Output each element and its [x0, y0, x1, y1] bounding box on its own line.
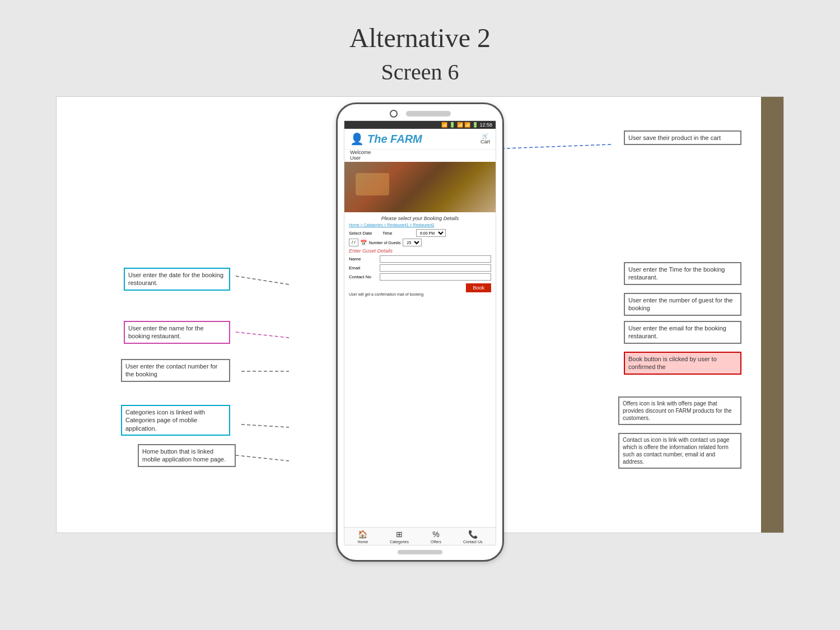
- date-input-area: / / 📅: [349, 239, 367, 246]
- email-label: Email: [349, 265, 380, 270]
- annotation-offers: Offers icon is link with offers page tha…: [618, 396, 741, 425]
- contact-input[interactable]: [380, 273, 491, 281]
- time-label: Time: [382, 231, 416, 236]
- email-input[interactable]: [380, 264, 491, 272]
- annotation-email: User enter the email for the booking res…: [624, 321, 741, 344]
- annotation-contact: User enter the contact number for the bo…: [121, 359, 230, 382]
- categories-label: Categories: [390, 540, 409, 544]
- phone-mockup: 📶 🔋 📶 📶 🔋 12:58 👤 The FARM 🛒 Cart: [336, 102, 504, 562]
- right-panel: [761, 97, 783, 533]
- restaurant-image: [344, 162, 496, 212]
- date-field[interactable]: / /: [349, 239, 358, 246]
- annotation-contact-us: Contact us icon is link with contact us …: [618, 433, 741, 469]
- phone-screen: 📶 🔋 📶 📶 🔋 12:58 👤 The FARM 🛒 Cart: [344, 120, 496, 545]
- contact-us-label: Contact Us: [463, 540, 483, 544]
- signal-icon: 📶: [441, 122, 447, 128]
- app-header: 👤 The FARM 🛒 Cart: [344, 129, 496, 150]
- nav-contact-us[interactable]: 📞 Contact Us: [463, 530, 483, 544]
- time-display: 📶 📶 🔋 12:58: [457, 122, 492, 128]
- home-label: Home: [357, 540, 368, 544]
- svg-line-5: [236, 455, 289, 461]
- date-row: Select Date Time 6:00 PM: [349, 229, 491, 237]
- phone-bottom-bar: [398, 550, 442, 554]
- offers-icon: %: [432, 530, 439, 539]
- email-row: Email: [349, 264, 491, 272]
- guests-label: Number of Guests: [369, 241, 401, 245]
- user-avatar-icon: 👤: [350, 132, 364, 146]
- page-title: Alternative 2: [349, 22, 491, 53]
- name-label: Name: [349, 256, 380, 262]
- app-title: The FARM: [367, 133, 422, 146]
- name-row: Name: [349, 255, 491, 263]
- battery-icon: 🔋: [449, 122, 455, 128]
- breadcrumb[interactable]: Home > Catagories > Restaurant1 > Restau…: [349, 223, 491, 227]
- bottom-nav: 🏠 Home ⊞ Categories % Offers 📞 Contact U…: [344, 527, 496, 545]
- guests-select[interactable]: 25: [403, 239, 422, 246]
- contact-row: Contact No: [349, 273, 491, 281]
- date-input-row: / / 📅 Number of Guests 25: [349, 239, 491, 246]
- annotation-time: User enter the Time for the booking rest…: [624, 262, 741, 285]
- confirmation-text: User will get a confirmaiton mail of boo…: [349, 292, 491, 296]
- annotation-categories: Categories icon is linked with Categorie…: [121, 405, 230, 436]
- main-container: 📶 🔋 📶 📶 🔋 12:58 👤 The FARM 🛒 Cart: [56, 96, 784, 533]
- calendar-icon[interactable]: 📅: [360, 240, 367, 246]
- date-label: Select Date: [349, 231, 382, 236]
- annotation-name: User enter the name for the booking rest…: [124, 321, 230, 344]
- name-input[interactable]: [380, 255, 491, 263]
- cart-label: Cart: [480, 139, 490, 144]
- phone-speaker: [406, 111, 451, 116]
- book-button[interactable]: Book: [466, 283, 491, 292]
- time-select[interactable]: 6:00 PM: [416, 229, 446, 237]
- annotation-guests: User enter the number of guest for the b…: [624, 293, 741, 316]
- categories-icon: ⊞: [396, 530, 403, 539]
- nav-home[interactable]: 🏠 Home: [357, 530, 368, 544]
- guest-details-header: Enter Guset Details: [349, 248, 491, 254]
- welcome-text: Welcome User: [344, 150, 496, 161]
- status-bar: 📶 🔋 📶 📶 🔋 12:58: [344, 121, 496, 129]
- svg-line-1: [236, 276, 289, 284]
- contact-label: Contact No: [349, 274, 380, 279]
- home-icon: 🏠: [358, 530, 367, 539]
- booking-title: Please select your Booking Details: [349, 216, 491, 221]
- svg-line-4: [241, 424, 289, 427]
- annotation-home: Home button that is linked moblie applic…: [138, 444, 236, 467]
- nav-categories[interactable]: ⊞ Categories: [390, 530, 409, 544]
- offers-label: Offers: [431, 540, 441, 544]
- cart-icon: 🛒: [482, 133, 488, 139]
- phone-body: 📶 🔋 📶 📶 🔋 12:58 👤 The FARM 🛒 Cart: [336, 102, 504, 562]
- booking-section: Please select your Booking Details Home …: [344, 212, 496, 527]
- annotation-book-button: Book button is cilcked by user to confir…: [624, 352, 741, 375]
- phone-top-bar: [390, 110, 451, 118]
- annotation-cart-save: User save their product in the cart: [624, 130, 741, 145]
- annotation-date: User enter the date for the booking rest…: [124, 268, 230, 291]
- screen-title: Screen 6: [381, 59, 459, 85]
- contact-us-icon: 📞: [468, 530, 478, 539]
- nav-offers[interactable]: % Offers: [431, 530, 441, 544]
- phone-camera: [390, 110, 398, 118]
- svg-line-2: [236, 332, 289, 338]
- cart-icon-area[interactable]: 🛒 Cart: [480, 133, 490, 144]
